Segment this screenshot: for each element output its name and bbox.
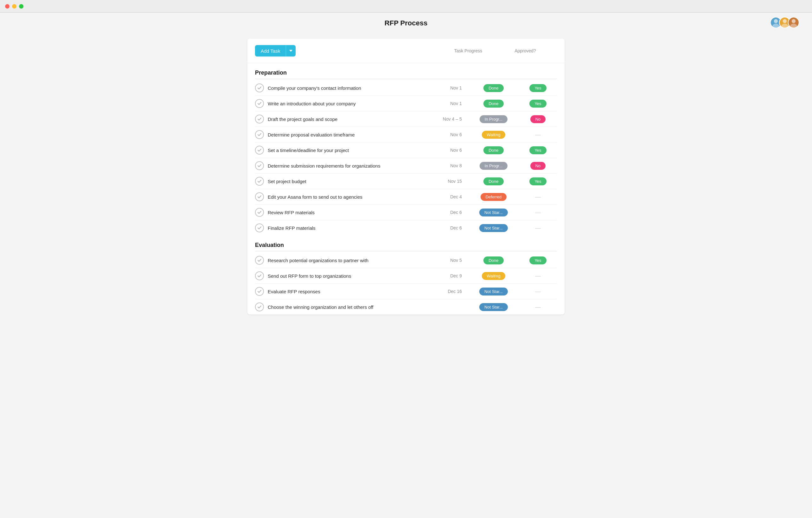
task-progress-cell[interactable]: Done <box>474 146 513 154</box>
task-approved-cell[interactable]: — <box>519 304 557 310</box>
task-progress-cell[interactable]: Waiting <box>474 272 513 280</box>
task-name[interactable]: Determine proposal evaluation timeframe <box>268 132 436 137</box>
section-title: Preparation <box>255 63 557 79</box>
task-date: Nov 15 <box>436 179 462 184</box>
task-checkbox[interactable] <box>255 83 264 92</box>
task-progress-cell[interactable]: Done <box>474 256 513 264</box>
task-checkbox[interactable] <box>255 192 264 201</box>
task-progress-badge[interactable]: Done <box>484 178 503 185</box>
task-progress-cell[interactable]: Not Star... <box>474 288 513 296</box>
task-name[interactable]: Draft the project goals and scope <box>268 116 436 122</box>
task-name[interactable]: Finalize RFP materials <box>268 225 436 231</box>
task-name[interactable]: Determine submission requirements for or… <box>268 163 436 168</box>
task-checkbox[interactable] <box>255 223 264 232</box>
task-approved-badge[interactable]: Yes <box>529 256 546 264</box>
task-progress-badge[interactable]: Deferred <box>481 193 507 201</box>
task-progress-badge[interactable]: In Progr... <box>480 115 508 123</box>
task-progress-badge[interactable]: Waiting <box>482 131 505 139</box>
task-date: Dec 6 <box>436 225 462 230</box>
task-approved-cell[interactable]: — <box>519 225 557 231</box>
task-name[interactable]: Review RFP materials <box>268 210 436 215</box>
task-approved-cell[interactable]: — <box>519 209 557 216</box>
section: PreparationCompile your company's contac… <box>248 63 564 236</box>
task-checkbox[interactable] <box>255 99 264 108</box>
task-progress-badge[interactable]: Not Star... <box>479 288 508 296</box>
task-approved-cell[interactable]: — <box>519 273 557 279</box>
task-checkbox[interactable] <box>255 287 264 296</box>
task-approved-cell[interactable]: — <box>519 288 557 295</box>
task-row: Research potential organizations to part… <box>255 253 557 268</box>
task-progress-cell[interactable]: Not Star... <box>474 209 513 216</box>
task-name[interactable]: Research potential organizations to part… <box>268 258 436 263</box>
task-approved-badge[interactable]: Yes <box>529 100 546 108</box>
add-task-button[interactable]: Add Task <box>255 45 286 56</box>
avatar <box>788 17 799 28</box>
task-date: Dec 4 <box>436 194 462 199</box>
task-approved-dash: — <box>535 288 541 295</box>
task-name[interactable]: Compile your company's contact informati… <box>268 85 436 91</box>
task-progress-cell[interactable]: In Progr... <box>474 115 513 123</box>
task-approved-badge[interactable]: No <box>530 162 546 170</box>
task-progress-badge[interactable]: Not Star... <box>479 303 508 311</box>
task-approved-cell[interactable]: Yes <box>519 100 557 108</box>
add-task-dropdown-button[interactable] <box>286 45 296 56</box>
close-button[interactable] <box>5 4 9 8</box>
task-approved-dash: — <box>535 209 541 216</box>
task-progress-badge[interactable]: In Progr... <box>480 162 508 170</box>
task-checkbox[interactable] <box>255 208 264 217</box>
task-progress-badge[interactable]: Waiting <box>482 272 505 280</box>
task-approved-cell[interactable]: Yes <box>519 178 557 185</box>
task-date: Nov 6 <box>436 147 462 153</box>
task-row: Send out RFP form to top organizationsDe… <box>255 268 557 284</box>
task-checkbox[interactable] <box>255 130 264 139</box>
task-checkbox[interactable] <box>255 271 264 280</box>
page-header: RFP Process <box>0 13 812 32</box>
task-approved-badge[interactable]: Yes <box>529 146 546 154</box>
task-checkbox[interactable] <box>255 177 264 186</box>
maximize-button[interactable] <box>19 4 24 8</box>
task-name[interactable]: Set a timeline/deadline for your project <box>268 147 436 153</box>
task-row: Determine submission requirements for or… <box>255 158 557 173</box>
task-approved-cell[interactable]: — <box>519 194 557 200</box>
task-approved-cell[interactable]: — <box>519 131 557 138</box>
task-row: Finalize RFP materialsDec 6Not Star...— <box>255 220 557 236</box>
task-name[interactable]: Edit your Asana form to send out to agen… <box>268 194 436 200</box>
task-approved-cell[interactable]: No <box>519 115 557 123</box>
task-checkbox[interactable] <box>255 256 264 265</box>
task-progress-cell[interactable]: Deferred <box>474 193 513 201</box>
task-checkbox[interactable] <box>255 161 264 170</box>
minimize-button[interactable] <box>12 4 17 8</box>
task-progress-cell[interactable]: Done <box>474 100 513 108</box>
task-name[interactable]: Write an introduction about your company <box>268 101 436 106</box>
task-approved-cell[interactable]: Yes <box>519 146 557 154</box>
task-progress-cell[interactable]: Waiting <box>474 131 513 139</box>
task-approved-badge[interactable]: Yes <box>529 178 546 185</box>
task-date: Nov 4 – 5 <box>436 116 462 121</box>
task-name[interactable]: Send out RFP form to top organizations <box>268 273 436 279</box>
task-row: Set project budgetNov 15DoneYes <box>255 173 557 189</box>
task-progress-badge[interactable]: Done <box>484 146 503 154</box>
task-progress-badge[interactable]: Done <box>484 100 503 108</box>
task-progress-badge[interactable]: Done <box>484 84 503 92</box>
task-progress-badge[interactable]: Done <box>484 256 503 264</box>
task-approved-badge[interactable]: No <box>530 115 546 123</box>
task-progress-badge[interactable]: Not Star... <box>479 224 508 232</box>
task-approved-cell[interactable]: Yes <box>519 256 557 264</box>
task-progress-cell[interactable]: Done <box>474 84 513 92</box>
svg-point-2 <box>783 19 787 23</box>
task-checkbox[interactable] <box>255 146 264 155</box>
task-progress-cell[interactable]: In Progr... <box>474 162 513 170</box>
task-approved-cell[interactable]: No <box>519 162 557 170</box>
task-progress-cell[interactable]: Not Star... <box>474 224 513 232</box>
task-progress-badge[interactable]: Not Star... <box>479 209 508 216</box>
task-checkbox[interactable] <box>255 115 264 124</box>
task-approved-cell[interactable]: Yes <box>519 84 557 92</box>
task-name[interactable]: Set project budget <box>268 179 436 184</box>
task-name[interactable]: Evaluate RFP responses <box>268 289 436 294</box>
task-approved-badge[interactable]: Yes <box>529 84 546 92</box>
task-name[interactable]: Choose the winning organization and let … <box>268 304 436 310</box>
task-progress-cell[interactable]: Done <box>474 178 513 185</box>
task-checkbox[interactable] <box>255 302 264 311</box>
task-row: Edit your Asana form to send out to agen… <box>255 189 557 205</box>
task-progress-cell[interactable]: Not Star... <box>474 303 513 311</box>
